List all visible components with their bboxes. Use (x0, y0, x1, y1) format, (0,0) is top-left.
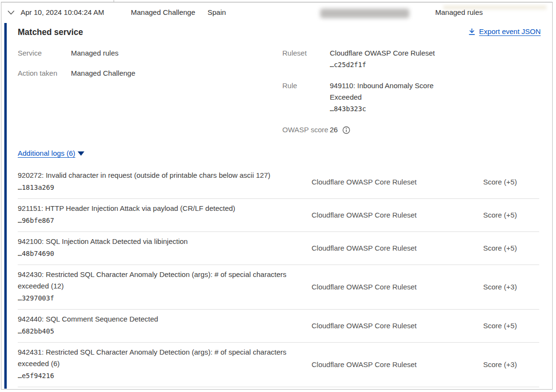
log-rule-title: 920272: Invalid character in request (ou… (18, 170, 302, 181)
log-ruleset: Cloudflare OWASP Core Ruleset (312, 322, 466, 330)
log-rule-hash: …96bfe867 (18, 214, 302, 227)
chevron-down-icon[interactable] (7, 10, 15, 15)
ruleset-id-hash: …c25d2f1f (330, 59, 447, 70)
log-ruleset: Cloudflare OWASP Core Ruleset (312, 360, 466, 369)
log-rule-title: 942430: Restricted SQL Character Anomaly… (18, 269, 302, 292)
log-row: 942430: Restricted SQL Character Anomaly… (18, 265, 539, 310)
additional-logs-label: Additional logs (6) (18, 149, 75, 157)
log-rule-title: 942431: Restricted SQL Character Anomaly… (18, 346, 302, 369)
log-row: 921151: HTTP Header Injection Attack via… (18, 199, 539, 232)
rule-id-hash: …843b323c (330, 103, 447, 115)
log-score: Score (+5) (466, 211, 539, 219)
action-taken-field: Action taken Managed Challenge (18, 69, 135, 78)
log-ruleset: Cloudflare OWASP Core Ruleset (312, 178, 466, 186)
owasp-score-field: OWASP score 26 (282, 124, 447, 136)
matched-service-title: Matched service (18, 27, 83, 37)
firewall-event-expanded-row: Apr 10, 2024 10:04:24 AM Managed Challen… (1, 2, 553, 390)
ruleset-field: Ruleset Cloudflare OWASP Core Ruleset …c… (282, 47, 447, 70)
action-taken-value: Managed Challenge (71, 69, 135, 78)
log-ruleset: Cloudflare OWASP Core Ruleset (312, 244, 466, 252)
log-row: 942440: SQL Comment Sequence Detected …6… (18, 310, 539, 343)
redacted-remnant (443, 5, 546, 10)
log-rule-hash: …1813a269 (18, 181, 302, 194)
download-icon (468, 28, 475, 35)
log-score: Score (+3) (466, 283, 539, 291)
info-icon[interactable] (342, 126, 350, 134)
log-rule-hash: …682bb405 (18, 325, 302, 337)
rule-value: 949110: Inbound Anomaly Score Exceeded (330, 80, 447, 103)
log-rule-hash: …48b74690 (18, 247, 302, 260)
rule-label: Rule (282, 80, 330, 115)
export-event-json-link[interactable]: Export event JSON (468, 27, 541, 35)
export-event-json-label: Export event JSON (479, 27, 541, 35)
service-field: Service Managed rules (18, 48, 135, 58)
log-rule-title: 942100: SQL Injection Attack Detected vi… (18, 236, 302, 247)
event-action: Managed Challenge (131, 8, 195, 16)
log-rule-title: 921151: HTTP Header Injection Attack via… (18, 203, 302, 214)
log-row: 920272: Invalid character in request (ou… (18, 166, 539, 199)
log-score: Score (+5) (466, 244, 539, 252)
log-ruleset: Cloudflare OWASP Core Ruleset (312, 211, 466, 219)
log-rule-hash: …e5f94216 (18, 369, 302, 382)
ruleset-value: Cloudflare OWASP Core Ruleset (330, 47, 447, 59)
log-rule-hash: …3297003f (18, 292, 302, 304)
ruleset-label: Ruleset (282, 47, 330, 70)
log-row: 942100: SQL Injection Attack Detected vi… (18, 232, 539, 265)
log-ruleset: Cloudflare OWASP Core Ruleset (312, 283, 466, 291)
owasp-score-label: OWASP score (282, 124, 330, 136)
owasp-score-value: 26 (330, 125, 338, 135)
event-country: Spain (208, 8, 226, 16)
service-label: Service (18, 48, 71, 58)
service-value: Managed rules (71, 48, 118, 58)
expanded-row-accent-bar (4, 23, 7, 389)
log-score: Score (+5) (466, 322, 539, 330)
log-score: Score (+3) (466, 360, 539, 369)
additional-logs-table: 920272: Invalid character in request (ou… (18, 166, 539, 387)
redacted-host-value (320, 9, 409, 18)
log-score: Score (+5) (466, 178, 539, 186)
log-rule-title: 942440: SQL Comment Sequence Detected (18, 313, 302, 325)
log-row: 942431: Restricted SQL Character Anomaly… (18, 343, 539, 387)
event-timestamp: Apr 10, 2024 10:04:24 AM (21, 8, 104, 16)
caret-down-icon (78, 151, 84, 156)
rule-field: Rule 949110: Inbound Anomaly Score Excee… (282, 80, 447, 115)
additional-logs-toggle[interactable]: Additional logs (6) (18, 149, 84, 157)
action-taken-label: Action taken (18, 69, 71, 78)
